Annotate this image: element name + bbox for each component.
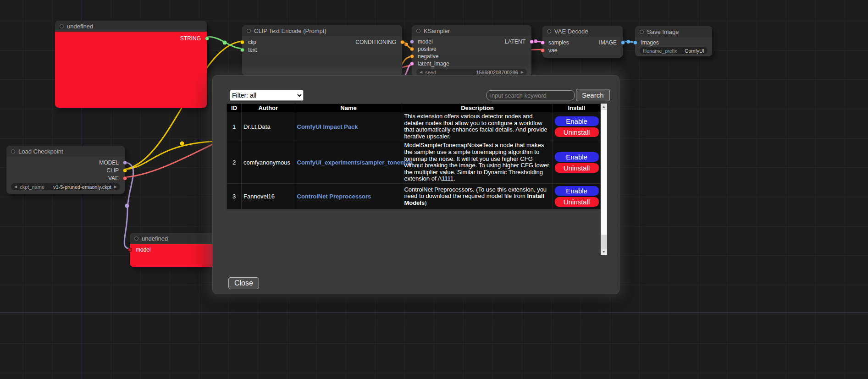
uninstall-button[interactable]: Uninstall [555,197,599,207]
filename-prefix-widget[interactable]: filename_prefix ComfyUI [640,47,708,54]
node-title: undefined [142,235,168,242]
link-midpoint-dot [223,41,227,45]
node-body: STRING [55,32,207,108]
node-title-bar[interactable]: Save Image [635,26,712,37]
node-load-checkpoint[interactable]: Load Checkpoint MODEL CLIP VAE ◀ ckpt_na… [6,146,125,194]
input-socket-negative[interactable] [410,55,414,59]
node-graph-canvas[interactable]: undefined STRING CLIP Text Encode (Promp… [0,0,868,379]
input-socket-model[interactable] [410,40,414,44]
filter-dropdown[interactable]: Filter: all [230,90,304,101]
cell-description: ModelSamplerTonemapNoiseTest a node that… [402,141,553,184]
widget-value: 156680208700286 [476,70,518,75]
input-label: positive [418,46,437,52]
widget-value: v1-5-pruned-emaonly.ckpt [53,184,111,190]
enable-button[interactable]: Enable [555,116,599,126]
seed-widget[interactable]: ◀ seed 156680208700286 ▶ [416,69,527,76]
node-body: samples IMAGE vae [542,37,623,58]
input-socket-samples[interactable] [541,40,545,44]
input-socket-images[interactable] [633,40,637,44]
header-description: Description [402,104,553,112]
node-collapse-toggle-icon[interactable] [134,236,138,241]
node-title: Save Image [647,28,679,35]
enable-button[interactable]: Enable [555,186,599,196]
uninstall-button[interactable]: Uninstall [555,127,599,137]
table-row: 1 Dr.Lt.Data ComfyUI Impact Pack This ex… [227,112,601,141]
canvas-origin-hline [0,312,868,313]
output-socket-vae[interactable] [123,176,127,180]
output-label: IMAGE [599,39,617,46]
wire-string-to-text [207,37,243,49]
output-label: MODEL [99,159,119,166]
node-title-bar[interactable]: Load Checkpoint [6,146,125,157]
scroll-down-icon[interactable]: ▼ [601,249,607,255]
node-collapse-toggle-icon[interactable] [416,29,420,33]
node-ksampler[interactable]: KSampler model LATENT positive negative … [412,25,531,77]
output-socket-latent[interactable] [530,40,534,44]
node-title-bar[interactable]: VAE Decode [542,26,623,37]
scroll-up-icon[interactable]: ▲ [601,104,607,110]
node-collapse-toggle-icon[interactable] [547,29,551,33]
input-socket-vae[interactable] [541,48,545,52]
node-undefined-top[interactable]: undefined STRING [55,21,207,108]
node-collapse-toggle-icon[interactable] [11,149,15,154]
input-socket-text[interactable] [240,48,244,52]
node-save-image[interactable]: Save Image images filename_prefix ComfyU… [635,26,712,56]
input-socket-clip[interactable] [240,40,244,44]
extensions-table-area: ID Author Name Description Install 1 Dr.… [227,104,607,255]
widget-label: seed [425,70,436,75]
output-socket-clip[interactable] [123,168,127,172]
extension-link[interactable]: ComfyUI_experiments/sampler_tonemap [297,159,413,166]
cell-description: This extension offers various detector n… [402,112,553,141]
increment-arrow-icon[interactable]: ▶ [114,183,117,190]
scrollbar-thumb[interactable] [601,110,607,235]
input-label: model [418,38,433,45]
increment-arrow-icon[interactable]: ▶ [521,69,524,76]
node-title-bar[interactable]: undefined [55,21,207,32]
node-collapse-toggle-icon[interactable] [247,29,251,33]
input-socket-positive[interactable] [410,47,414,51]
output-socket-string[interactable] [205,37,209,41]
table-scrollbar[interactable]: ▲ ▼ [601,104,607,255]
decrement-arrow-icon[interactable]: ◀ [420,69,422,76]
node-title-bar[interactable]: KSampler [412,25,531,36]
input-label: vae [548,47,557,54]
output-socket-conditioning[interactable] [400,40,404,44]
input-socket-latent-image[interactable] [410,62,414,66]
output-socket-image[interactable] [621,40,625,44]
widget-label: ckpt_name [20,184,44,190]
table-header-row: ID Author Name Description Install [227,104,601,112]
link-midpoint-dot [125,204,129,208]
node-title-bar[interactable]: CLIP Text Encode (Prompt) [242,25,402,36]
extension-link[interactable]: ComfyUI Impact Pack [297,123,358,130]
uninstall-button[interactable]: Uninstall [555,163,599,173]
table-row: 2 comfyanonymous ComfyUI_experiments/sam… [227,141,601,184]
input-label: model [136,247,151,253]
input-label: text [248,47,257,53]
search-button[interactable]: Search [576,89,610,101]
node-title: undefined [67,23,93,30]
input-label: samples [548,39,569,46]
cell-author: Dr.Lt.Data [242,112,295,141]
node-collapse-toggle-icon[interactable] [60,24,64,28]
input-label: latent_image [418,60,449,67]
output-socket-model[interactable] [123,160,127,165]
extension-link[interactable]: ControlNet Preprocessors [297,193,371,200]
ckpt-name-widget[interactable]: ◀ ckpt_name v1-5-pruned-emaonly.ckpt ▶ [11,183,120,190]
node-clip-text-encode[interactable]: CLIP Text Encode (Prompt) clip CONDITION… [242,25,402,76]
link-midpoint-dot [626,40,630,44]
close-button[interactable]: Close [228,277,259,289]
node-title: Load Checkpoint [18,148,63,155]
node-title: CLIP Text Encode (Prompt) [254,27,326,34]
node-body: images filename_prefix ComfyUI [635,37,712,56]
input-socket-model[interactable] [128,247,132,252]
decrement-arrow-icon[interactable]: ◀ [14,183,17,190]
table-row: 3 Fannovel16 ControlNet Preprocessors Co… [227,183,601,209]
enable-button[interactable]: Enable [555,152,599,162]
node-collapse-toggle-icon[interactable] [640,30,644,34]
cell-id: 3 [227,183,242,209]
search-input[interactable] [487,90,575,100]
output-label: CLIP [106,167,119,174]
node-vae-decode[interactable]: VAE Decode samples IMAGE vae [542,26,623,58]
output-label: LATENT [505,38,525,45]
cell-author: Fannovel16 [242,183,295,209]
